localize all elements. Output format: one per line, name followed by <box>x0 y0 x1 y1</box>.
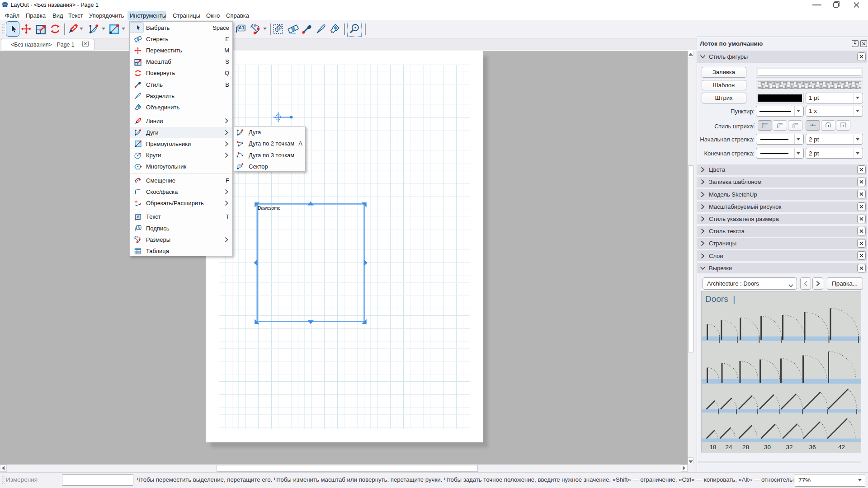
svg-text:30: 30 <box>764 444 771 450</box>
svg-text:42: 42 <box>838 444 845 450</box>
svg-text:24: 24 <box>725 444 732 450</box>
svg-text:32: 32 <box>786 444 793 450</box>
svg-text:36: 36 <box>809 444 816 450</box>
svg-text:18: 18 <box>709 444 716 450</box>
svg-text:28: 28 <box>742 444 749 450</box>
svg-text:Doors |: Doors | <box>705 294 735 304</box>
